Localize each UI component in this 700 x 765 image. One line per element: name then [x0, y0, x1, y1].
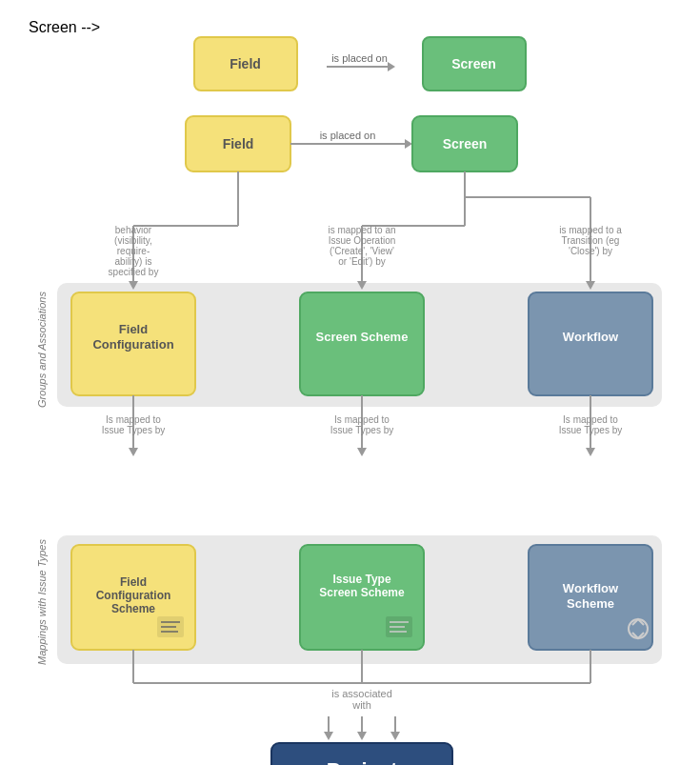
conn1-label1: behavior — [115, 225, 152, 235]
itss-label1: Issue Type — [332, 573, 390, 586]
screen-scheme-rect — [300, 292, 424, 395]
map-conn1-label1: Is mapped to — [106, 414, 161, 425]
groups-map-col1-arrow — [129, 448, 138, 456]
is-placed-on-text2: is placed on — [320, 130, 376, 141]
workflow-label: Workflow — [563, 330, 619, 344]
field-node: Field — [193, 36, 298, 91]
map-conn2-label2: Issue Types by — [330, 425, 394, 435]
conn2-label3: ('Create', 'View' — [330, 246, 394, 256]
diagram-container: Screen --> Field is placed on Screen Fie… — [0, 0, 700, 765]
itss-label2: Screen Scheme — [319, 586, 405, 599]
conn3-label1: is mapped to a — [559, 225, 622, 235]
fc-scheme-label1: Field — [120, 575, 147, 589]
conn1-label2: (visibility, — [114, 235, 152, 246]
wf-scheme-label2: Scheme — [567, 596, 614, 611]
proj-arrow-left-head — [324, 732, 333, 740]
screen-scheme-label1: Screen Scheme — [316, 330, 409, 344]
groups-map-col2-arrow — [357, 448, 367, 456]
conn2-label1: is mapped to an — [328, 225, 395, 235]
map-conn1-label2: Issue Types by — [102, 425, 166, 435]
map-conn3-label1: Is mapped to — [563, 414, 618, 425]
conn1-label4: ability) is — [115, 256, 152, 267]
groups-label: Groups and Associations — [36, 292, 48, 408]
conn2-label4: or 'Edit') by — [338, 256, 385, 267]
field-config-label1: Field — [119, 322, 148, 336]
map-conn2-label1: Is mapped to — [334, 414, 390, 425]
conn1-label5: specified by — [109, 267, 159, 277]
is-assoc-label1: is associated — [331, 688, 392, 699]
proj-arrow-right-head — [390, 732, 400, 740]
fc-scheme-label2: Configuration — [96, 589, 171, 602]
map-conn3-label2: Issue Types by — [559, 425, 623, 435]
is-placed-on-arrow — [405, 139, 412, 149]
is-assoc-label2: with — [351, 699, 371, 711]
field-top-label: Field — [223, 136, 254, 151]
wf-scheme-label1: Workflow — [563, 581, 619, 595]
is-placed-on-text: is placed on — [331, 52, 388, 64]
field-config-label2: Configuration — [92, 337, 173, 352]
screen-top-label: Screen — [443, 136, 488, 151]
conn3-label3: 'Close') by — [569, 246, 612, 256]
fc-scheme-label3: Scheme — [111, 602, 155, 615]
conn2-label2: Issue Operation — [329, 235, 396, 246]
diagram-svg: Groups and Associations Mappings with Is… — [29, 97, 690, 765]
groups-map-col3-arrow — [586, 448, 595, 456]
conn1-label3: require- — [117, 246, 150, 256]
workflow-rect — [529, 292, 652, 395]
screen-node: Screen — [422, 36, 527, 91]
mappings-label: Mappings with Issue Types — [36, 539, 48, 665]
proj-arrow-mid-head — [357, 732, 367, 740]
conn3-label2: Transition (eg — [562, 235, 620, 246]
project-label: Project — [327, 758, 398, 765]
